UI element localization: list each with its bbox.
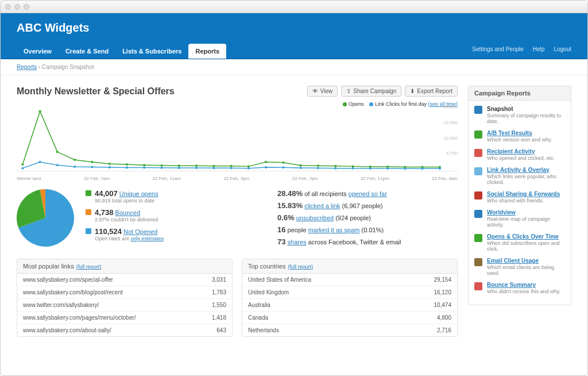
bounced-link[interactable]: Bounced [115, 209, 140, 216]
svg-point-8 [160, 164, 163, 167]
stat-not-opened: 110,524 Not OpenedOpen rates are only es… [86, 227, 266, 241]
svg-point-29 [91, 166, 93, 168]
header: ABC Widgets [1, 13, 587, 42]
svg-point-31 [126, 167, 128, 169]
report-icon [474, 191, 482, 199]
table-row[interactable]: www.sallysbakery.com/special-offer3,031 [17, 274, 232, 286]
report-icon [474, 149, 482, 157]
sidebar-item[interactable]: A/B Test ResultsWhich version won and wh… [474, 130, 565, 143]
nav-overview[interactable]: Overview [17, 44, 59, 59]
svg-point-26 [39, 161, 41, 163]
opens-chart: 5,75010,50015,50020,500 [17, 108, 458, 171]
report-icon [474, 282, 482, 290]
table-row[interactable]: www.sallysbakery.com/about-sally/643 [17, 324, 232, 336]
perf-link[interactable]: unsubscribed [296, 214, 334, 221]
report-icon [474, 210, 482, 218]
report-icon [474, 167, 482, 175]
table-row[interactable]: Australia10,474 [242, 299, 457, 312]
svg-point-38 [247, 167, 250, 170]
sidebar-item[interactable]: Opens & Clicks Over TimeWhen did subscri… [474, 233, 565, 252]
sidebar-title: Campaign Reports [468, 86, 571, 101]
svg-point-10 [195, 164, 198, 167]
breadcrumb-root[interactable]: Reports [17, 64, 37, 70]
svg-point-41 [300, 167, 302, 169]
svg-point-32 [143, 167, 145, 169]
nav-right-logout[interactable]: Logout [554, 46, 571, 52]
square-icon [86, 228, 91, 234]
breadcrumb: Reports › Campaign Snapshot [1, 59, 587, 75]
legend-dot-opens [343, 102, 347, 106]
estimates-link[interactable]: only estimates [131, 236, 164, 241]
sidebar-item[interactable]: Link Activity & OverlayWhich links were … [474, 167, 565, 185]
nav-right-help[interactable]: Help [533, 46, 545, 52]
sidebar-item[interactable]: SnapshotSummary of campaign results to d… [474, 105, 565, 124]
nav-create-send[interactable]: Create & Send [59, 44, 115, 59]
pie-chart [17, 189, 74, 247]
unique-opens-link[interactable]: Unique opens [119, 190, 158, 197]
export-button[interactable]: ⬇Export Report [405, 86, 458, 97]
svg-point-49 [439, 167, 441, 170]
nav-reports[interactable]: Reports [188, 44, 226, 59]
nav-lists-subscribers[interactable]: Lists & Subscribers [115, 44, 188, 59]
minimize-dot[interactable] [14, 4, 20, 10]
sidebar-item[interactable]: Bounce SummaryWho didn't receive this an… [474, 282, 565, 294]
top-countries-table: Top countries(full report) United States… [242, 259, 458, 337]
close-dot[interactable] [5, 4, 11, 10]
svg-point-2 [56, 151, 59, 153]
svg-point-7 [143, 164, 145, 166]
svg-point-45 [369, 167, 372, 170]
svg-point-28 [74, 166, 76, 168]
share-button[interactable]: ⇪Share Campaign [341, 86, 401, 97]
sidebar-item[interactable]: WorldviewReal-time map of campaign activ… [474, 209, 565, 228]
svg-point-15 [282, 162, 284, 164]
sidebar-item[interactable]: Recipient ActivityWho opened and clicked… [474, 148, 565, 161]
table-row[interactable]: Netherlands2,716 [242, 324, 457, 336]
svg-point-44 [351, 167, 354, 170]
table-row[interactable]: United States of America29,154 [242, 274, 457, 286]
nav-right-settings-and-people[interactable]: Settings and People [472, 46, 524, 52]
svg-point-47 [404, 167, 406, 170]
countries-full-report[interactable]: (full report) [288, 264, 313, 270]
svg-point-25 [21, 167, 24, 170]
svg-point-6 [126, 163, 128, 166]
svg-point-0 [21, 163, 24, 166]
square-icon [86, 209, 91, 215]
sidebar-item[interactable]: Email Client UsageWhich email clients ar… [474, 258, 565, 276]
svg-point-35 [195, 167, 198, 169]
table-row[interactable]: www.twitter.com/sallysbakery/1,550 [17, 299, 232, 312]
legend-dot-clicks [369, 102, 373, 106]
report-icon [474, 234, 482, 242]
table-row[interactable]: www.sallysbakery.com/blog/post/recent1,7… [17, 286, 232, 299]
svg-point-34 [178, 167, 180, 169]
svg-point-4 [91, 161, 93, 163]
links-full-report[interactable]: (full report) [76, 264, 102, 270]
not-opened-link[interactable]: Not Opened [123, 228, 157, 235]
perf-link[interactable]: opened so far [349, 190, 387, 197]
table-row[interactable]: www.sallysbakery.com/pages/menu/october/… [17, 312, 232, 324]
table-row[interactable]: United Kingdom16,120 [242, 286, 457, 299]
svg-point-36 [212, 167, 215, 169]
app-window: ABC Widgets OverviewCreate & SendLists &… [0, 0, 588, 376]
perf-link[interactable]: shares [288, 239, 307, 245]
svg-point-48 [421, 167, 424, 170]
svg-point-39 [265, 166, 267, 168]
performance-stats: 28.48% of all recipients opened so far15… [277, 189, 458, 250]
view-button[interactable]: 👁View [307, 86, 338, 97]
svg-point-27 [56, 164, 59, 166]
svg-point-5 [109, 163, 111, 165]
main-nav: OverviewCreate & SendLists & Subscribers… [1, 42, 587, 59]
svg-point-40 [282, 166, 284, 168]
svg-point-18 [334, 165, 336, 167]
brand-title: ABC Widgets [17, 21, 89, 34]
svg-point-16 [300, 164, 302, 167]
zoom-dot[interactable] [24, 4, 29, 10]
report-icon [474, 106, 482, 114]
eye-icon: 👁 [312, 88, 318, 94]
sidebar: Campaign Reports SnapshotSummary of camp… [468, 86, 571, 365]
table-row[interactable]: Canada4,800 [242, 312, 457, 324]
svg-point-42 [317, 167, 319, 169]
perf-link[interactable]: marked it as spam [308, 227, 360, 233]
sidebar-item[interactable]: Social Sharing & ForwardsWho shared with… [474, 191, 565, 204]
breadcrumb-current: Campaign Snapshot [42, 64, 94, 70]
perf-link[interactable]: clicked a link [304, 202, 340, 209]
